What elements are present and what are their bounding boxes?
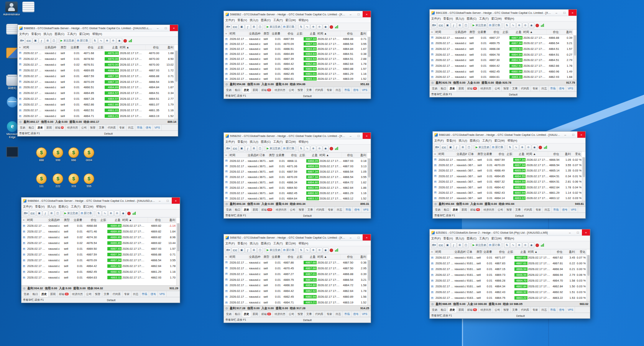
column-header[interactable]: 类型	[263, 254, 271, 259]
tab-文章[interactable]: 文章	[514, 207, 522, 213]
market-watch-button[interactable]: ƒ	[451, 242, 457, 248]
tab-代码库[interactable]: 代码库	[519, 86, 531, 91]
column-header[interactable]: 价位	[551, 249, 564, 254]
indicator-list-button[interactable]: ∿	[510, 23, 516, 28]
history-row[interactable]: ▤2026.02.17 …xauusd.csell0.014878.504870…	[18, 56, 174, 62]
menu-item[interactable]: 工具(T)	[67, 32, 77, 36]
toolbox-close-icon[interactable]: ×	[224, 153, 229, 158]
chart-shortcut-button[interactable]: ▤▾	[431, 242, 437, 248]
tab-预警[interactable]: 预警	[296, 311, 305, 317]
menu-item[interactable]: 窗口(W)	[83, 205, 94, 209]
scrollbar-thumb[interactable]	[368, 158, 370, 178]
tab-日志[interactable]: 日志	[127, 125, 135, 130]
column-header[interactable]: 时间 ▲	[122, 217, 148, 222]
tab-邮箱[interactable]: 邮箱43	[469, 207, 482, 213]
tab-交易[interactable]: 交易	[430, 86, 439, 91]
column-header[interactable]: 盈利	[560, 152, 572, 157]
column-header[interactable]: 止损	[506, 152, 514, 157]
tab-交易[interactable]: 交易	[434, 207, 442, 213]
tab-市场[interactable]: 市场	[549, 86, 557, 91]
column-header[interactable]: 时间 ▲	[527, 249, 551, 254]
history-row[interactable]: ▤2026.02.17 …xauusd.csell0.014869.654868…	[18, 68, 174, 73]
new-order-button[interactable]: ▤新订单	[488, 23, 501, 28]
search-button[interactable]: ◉	[529, 23, 534, 28]
history-row[interactable]: ▤2026.02.17 …xauusd.csell0.014870.094867…	[224, 41, 367, 46]
indicator-list-button[interactable]: ∿	[304, 146, 310, 152]
scrollbar[interactable]	[176, 223, 180, 285]
tab-交易[interactable]: 交易	[22, 291, 31, 297]
menu-item[interactable]: 帮助(H)	[299, 140, 308, 144]
close-button[interactable]: ×	[363, 133, 371, 139]
column-header[interactable]: 价位	[80, 45, 95, 50]
history-row[interactable]: ▤2026.02.17 …xauusd.csell0.014864.634863…	[21, 275, 176, 280]
column-header[interactable]: 价位	[281, 254, 294, 259]
tab-经济日历[interactable]: 经济日历	[66, 125, 80, 130]
tab-文章[interactable]: 文章	[305, 311, 314, 317]
tab-信号[interactable]: 信号	[353, 207, 361, 213]
tab-邮箱[interactable]: 邮箱11	[58, 291, 71, 297]
menu-item[interactable]: 帮助(H)	[504, 237, 514, 241]
history-row[interactable]: ▤2026.02.17 …xauusd.csell0.014864.894864…	[224, 51, 367, 56]
column-header[interactable]: 止盈	[306, 153, 319, 158]
history-row[interactable]: ▤2026.02.17 …xauusd.csell0.014864.854864…	[18, 90, 174, 96]
maximize-button[interactable]: □	[560, 10, 568, 16]
tab-舱口[interactable]: 舱口	[442, 207, 451, 213]
algo-trading-button[interactable]: ▶算法交易	[472, 242, 487, 248]
toolbox-button[interactable]: ◫	[466, 145, 472, 150]
open-data-folder-button[interactable]: ▣	[239, 146, 245, 152]
scrollbar-thumb[interactable]	[175, 51, 177, 82]
tab-公司[interactable]: 公司	[493, 86, 502, 91]
new-order-button[interactable]: ▤新订单	[491, 145, 504, 150]
zoom-out-button[interactable]: ⊖	[317, 146, 322, 152]
menu-item[interactable]: 查看(V)	[238, 18, 247, 22]
tab-代码库[interactable]: 代码库	[519, 307, 531, 313]
tab-交易[interactable]: 交易	[18, 125, 27, 130]
coin-shortcut[interactable]: 555	[80, 173, 98, 188]
tab-信号[interactable]: 信号	[144, 125, 153, 130]
tab-交易[interactable]: 交易	[225, 311, 233, 317]
column-header[interactable]: 变化	[576, 249, 586, 254]
maximize-button[interactable]: □	[569, 132, 577, 138]
menu-item[interactable]: 窗口(W)	[79, 32, 90, 36]
menu-item[interactable]: 工具(T)	[479, 237, 489, 241]
menu-item[interactable]: 插入(I)	[456, 17, 464, 21]
tab-新闻[interactable]: 新闻	[49, 291, 58, 297]
search-button[interactable]: ◉	[532, 145, 537, 150]
history-row[interactable]: ▤2026.02.17 …xauusd.csell0.014862.454861…	[224, 71, 367, 76]
tab-舱口[interactable]: 舱口	[233, 87, 242, 93]
history-row[interactable]: ▤2026.02.17 …xauusd.csell0.014869.754867…	[430, 41, 573, 46]
maximize-button[interactable]: □	[355, 133, 363, 139]
chart-shortcut-button[interactable]: ▤▾	[434, 145, 440, 150]
menu-item[interactable]: 文件(F)	[431, 237, 441, 241]
tab-交易[interactable]: 交易	[225, 207, 233, 213]
tab-文章[interactable]: 文章	[511, 307, 519, 313]
tile-windows-button[interactable]: ⇅	[507, 145, 513, 150]
tab-预警[interactable]: 预警	[502, 86, 511, 91]
maximize-button[interactable]: □	[162, 25, 170, 31]
ide-button[interactable]: IDE	[25, 38, 32, 44]
tab-交易[interactable]: 交易	[225, 87, 233, 93]
titlebar[interactable]: 5980180 - GTCGlobalTrade-Server - Hedge …	[433, 132, 585, 138]
minimize-button[interactable]: –	[566, 229, 574, 236]
zoom-in-button[interactable]: ⊕	[516, 23, 522, 28]
column-header[interactable]: 价位	[342, 153, 354, 158]
toolbox-close-icon[interactable]: ×	[18, 45, 23, 50]
history-row[interactable]: ▤2026.02.17 …xauusd.c9161…sell0.014869.7…	[430, 272, 586, 278]
maximize-button[interactable]: □	[355, 234, 363, 241]
column-header[interactable]: 交易品种	[454, 30, 469, 35]
menu-item[interactable]: 查看(V)	[447, 139, 456, 143]
history-row[interactable]: ▤2026.02.17 …xauusd.c367…sell0.014870.09…	[433, 162, 582, 168]
tab-历史[interactable]: 历史	[448, 307, 457, 313]
column-header[interactable]: 交易品种	[48, 217, 63, 222]
tile-windows-button[interactable]: ⇅	[96, 211, 102, 216]
history-row[interactable]: ▤2026.02.17 …xauusd.csell0.014870.094867…	[21, 257, 176, 263]
tab-邮箱[interactable]: 邮箱8	[54, 125, 66, 130]
tab-代码库[interactable]: 代码库	[522, 207, 534, 213]
scrollbar-thumb[interactable]	[368, 37, 370, 57]
history-row[interactable]: ▤2026.02.17 …xauusd.csell0.014866.514864…	[224, 46, 367, 51]
tab-市场[interactable]: 市场	[549, 307, 557, 313]
tab-市场[interactable]: 市场	[343, 311, 352, 317]
column-header[interactable]: 交易量	[477, 30, 487, 35]
menu-item[interactable]: 工具(T)	[273, 242, 283, 245]
column-header[interactable]: 交易量	[483, 249, 493, 254]
